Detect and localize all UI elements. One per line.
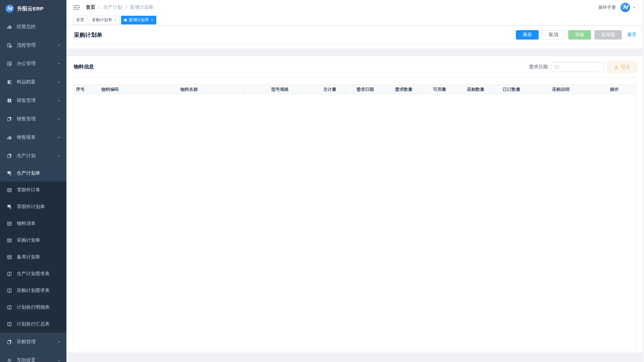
sidebar-item[interactable]: 车间设置: [0, 351, 66, 362]
chart-icon: [7, 24, 12, 29]
column-header: 物料编码: [87, 85, 133, 94]
top-navbar: 首页/生产计划/新增计划单 操作手册 M ▼: [66, 0, 644, 15]
sidebar-item-label: 采购计划单: [17, 237, 61, 243]
sidebar-item-label: 采购计划需求表: [17, 288, 61, 294]
table-body-empty: [74, 94, 637, 351]
book-icon: [7, 305, 12, 310]
sidebar-item[interactable]: 料品档案: [0, 73, 66, 91]
sidebar-item-label: 车间设置: [17, 357, 57, 362]
sidebar-item[interactable]: 生产计划: [0, 146, 66, 165]
sidebar-item[interactable]: 办公管理: [0, 54, 66, 73]
chevron-up-icon: [57, 154, 61, 158]
chevron-down-icon: [57, 43, 61, 47]
cancel-button[interactable]: 取消: [542, 30, 565, 40]
sidebar-item-label: 生产计划: [17, 153, 57, 159]
sidebar-item[interactable]: 采购计划单: [0, 232, 66, 249]
doc-edit-icon: [7, 171, 12, 176]
grid-icon: [7, 221, 12, 226]
tab-item[interactable]: 采购计划单×: [89, 16, 119, 24]
breadcrumb-separator: /: [99, 5, 100, 10]
download-icon: [614, 65, 619, 69]
sidebar-item[interactable]: 采购计划需求表: [0, 282, 66, 299]
chevron-down-icon: [57, 99, 61, 103]
avatar-letter: M: [622, 4, 629, 10]
column-header: 序号: [74, 85, 87, 94]
sidebar-item-label: 流程管理: [17, 42, 57, 48]
copy-icon: [7, 153, 12, 159]
close-icon[interactable]: ×: [114, 18, 116, 22]
caret-down-icon[interactable]: ▼: [633, 6, 636, 9]
manual-link[interactable]: 操作手册: [598, 4, 616, 10]
tab-label: 首页: [76, 17, 84, 23]
sidebar-item-label: 计划执行汇总表: [17, 321, 61, 327]
sidebar-item[interactable]: 研发管理: [0, 91, 66, 110]
sidebar-item[interactable]: 计划执行明细表: [0, 299, 66, 316]
chevron-down-icon: [57, 135, 61, 139]
breadcrumb-item[interactable]: 生产计划: [103, 4, 122, 10]
sidebar-item[interactable]: 销售管理: [0, 110, 66, 128]
sidebar-item[interactable]: 销售报表: [0, 128, 66, 146]
sidebar-item[interactable]: 零部件计划单: [0, 198, 66, 215]
sidebar-item-label: 销售管理: [17, 116, 57, 122]
scrollbar-track[interactable]: [642, 0, 644, 362]
close-icon[interactable]: ×: [151, 18, 153, 22]
sidebar-collapse-icon[interactable]: [73, 5, 80, 10]
avatar[interactable]: M: [621, 3, 630, 12]
grid-icon: [7, 238, 12, 243]
save-button[interactable]: 保存: [516, 30, 539, 40]
column-header: 物料名称: [133, 85, 245, 94]
tabs-bar: 首页采购计划单×新增计划单×: [66, 15, 644, 25]
column-header: 采购说明: [530, 85, 592, 94]
sidebar-item[interactable]: 流程管理: [0, 36, 66, 54]
book-icon: [7, 288, 12, 293]
import-label: 引入: [621, 64, 630, 70]
reverse-audit-button[interactable]: 反审核: [594, 30, 622, 40]
sidebar-item-label: 备库计划单: [17, 254, 61, 260]
column-header: 已订数量: [494, 85, 530, 94]
column-header: 操作: [592, 85, 636, 94]
material-info-card: 物料信息 需求日期: [66, 56, 644, 353]
sidebar-item[interactable]: 采购管理: [0, 333, 66, 351]
active-tab-dot-icon: [124, 19, 127, 21]
column-header: 需求日期: [344, 85, 386, 94]
sidebar-item[interactable]: 备库计划单: [0, 249, 66, 265]
date-label: 需求日期: [529, 64, 548, 70]
import-button[interactable]: 引入: [607, 62, 637, 72]
sidebar-item-label: 生产计划需求表: [17, 271, 61, 277]
audit-button[interactable]: 审核: [568, 30, 591, 40]
research-icon: [7, 98, 12, 103]
sidebar-item-label: 销售报表: [17, 134, 57, 140]
sidebar-item-label: 计划执行明细表: [17, 304, 61, 310]
sidebar-item[interactable]: 经营总控: [0, 17, 66, 36]
sidebar-item[interactable]: 生产计划需求表: [0, 265, 66, 282]
column-header: 需求数量: [386, 85, 422, 94]
breadcrumb-item[interactable]: 首页: [86, 4, 95, 10]
logo-letter: M: [7, 6, 13, 11]
tab-label: 采购计划单: [92, 17, 112, 23]
column-header: 可用量: [422, 85, 458, 94]
tab-item[interactable]: 新增计划单×: [121, 16, 156, 24]
breadcrumb-separator: /: [125, 5, 127, 10]
page-header: 采购计划单 保存取消审核反审核 展开: [66, 25, 644, 49]
sidebar-item-label: 零部件订单: [17, 187, 61, 193]
archive-icon: [7, 79, 12, 85]
book-icon: [7, 321, 12, 327]
date-input[interactable]: [551, 62, 604, 72]
sidebar-item-label: 零部件计划单: [17, 204, 61, 210]
sidebar-item[interactable]: 生产计划单: [0, 165, 66, 182]
section-gap: [66, 49, 644, 56]
chevron-down-icon: [57, 340, 61, 344]
sidebar-item[interactable]: 物料清单: [0, 215, 66, 232]
chevron-down-icon: [57, 80, 61, 84]
flow-icon: [7, 43, 12, 48]
expand-link[interactable]: 展开: [627, 32, 637, 38]
copy-icon: [7, 339, 12, 345]
sidebar-item[interactable]: 计划执行汇总表: [0, 316, 66, 333]
tab-item[interactable]: 首页: [73, 16, 87, 24]
office-icon: [7, 61, 12, 66]
column-header: 采购数量: [458, 85, 494, 94]
tab-label: 新增计划单: [129, 17, 149, 23]
sidebar-item-label: 生产计划单: [17, 170, 61, 176]
sidebar-item[interactable]: 零部件订单: [0, 182, 66, 198]
copy-icon: [7, 116, 12, 122]
